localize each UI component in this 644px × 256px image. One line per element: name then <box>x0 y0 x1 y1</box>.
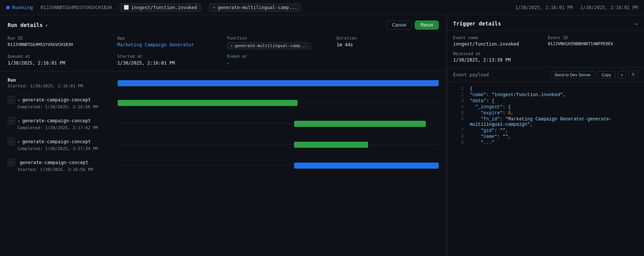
run-label-sub: Started: 1/30/2025, 2:16:01 PM <box>8 84 118 88</box>
line-content-7: "gid": "", <box>470 128 508 133</box>
code-line-4: 4 "_inngest": { <box>447 104 644 110</box>
event-id-label: Event ID <box>548 35 638 40</box>
step-2-icon: ✦ <box>17 139 20 144</box>
function-value: ✦ generate-multilingual-camp... <box>227 42 311 49</box>
function-icon: ✦ <box>230 43 233 48</box>
event-name-label: Event name <box>453 35 543 40</box>
status-dot <box>6 6 10 9</box>
ended-at-label: Ended at <box>227 54 329 59</box>
run-label-title: Run <box>8 77 118 83</box>
queued-at-field: Queued at 1/30/2025, 2:16:01 PM <box>8 54 110 66</box>
run-details-header: Run details ↗ Cancel Rerun <box>8 21 439 30</box>
event-payload-label: Event payload <box>453 72 489 77</box>
event-payload-actions: Send to Dev Server Copy ≡ ⇅ <box>550 71 638 79</box>
step-row-3: › generate-campaign-concept Started: 1/3… <box>8 159 439 172</box>
ended-at-value: - <box>227 60 329 66</box>
cancel-button[interactable]: Cancel <box>386 21 412 30</box>
top-bar: Running 01JJVNNBTGG4MSSYVXGVCH1B3H ⬜ inn… <box>0 0 644 15</box>
function-pill-icon: ✦ <box>213 5 216 10</box>
main-layout: Run details ↗ Cancel Rerun Run ID 01JJVN… <box>0 15 644 256</box>
event-pill-icon: ⬜ <box>124 5 129 10</box>
trigger-info: Event name inngest/function.invoked Even… <box>447 31 644 68</box>
step-row-2-info: › ✦ generate-campaign-concept <box>8 138 118 145</box>
function-pill[interactable]: ✦ generate-multilingual-camp... <box>209 3 301 12</box>
step-row-3-info: › generate-campaign-concept <box>8 159 118 166</box>
run-bar <box>118 80 439 86</box>
run-details-actions: Cancel Rerun <box>386 21 439 30</box>
line-num-4: 4 <box>453 104 464 110</box>
line-num-2: 2 <box>453 92 464 98</box>
code-line-5: 5 "expire": 0, <box>447 110 644 116</box>
line-content-2: "name": "inngest/function.invoked", <box>470 92 565 98</box>
step-row-1-left: › ✦ generate-campaign-concept Completed:… <box>8 117 118 130</box>
code-line-6: 6 "fn_id": "Marketing Campaign Generator… <box>447 116 644 128</box>
step-2-status: Completed: 1/30/2025, 2:17:34 PM <box>8 146 118 151</box>
send-dev-server-button[interactable]: Send to Dev Server <box>550 71 595 79</box>
step-row-0: › ✦ generate-campaign-concept Completed:… <box>8 96 439 109</box>
code-line-7: 7 "gid": "", <box>447 128 644 134</box>
event-name-value: inngest/function.invoked <box>453 41 543 47</box>
app-value[interactable]: Marketing Campaign Generator <box>117 42 219 47</box>
run-id-field: Run ID 01JJVNNBTGG4MSSYVXGVCH1B3H <box>8 36 110 49</box>
trigger-details-header: Trigger details → <box>447 15 644 31</box>
step-1-name: generate-campaign-concept <box>22 118 91 123</box>
step-1-expand-button[interactable]: › <box>8 117 15 125</box>
step-3-expand-button[interactable]: › <box>8 159 15 166</box>
run-bar-container <box>118 79 439 88</box>
top-bar-time-end: 1/30/2025, 2:16:01 PM <box>580 5 638 10</box>
copy-button[interactable]: Copy <box>597 71 616 79</box>
code-block: 1 { 2 "name": "inngest/function.invoked"… <box>447 82 644 256</box>
code-line-2: 2 "name": "inngest/function.invoked", <box>447 92 644 98</box>
trigger-details-title: Trigger details <box>453 21 501 27</box>
format-icon-button[interactable]: ≡ <box>618 71 626 79</box>
external-link-icon: ↗ <box>45 23 48 28</box>
received-at-label: Received at <box>453 51 543 56</box>
run-details-card: Run details ↗ Cancel Rerun Run ID 01JJVN… <box>0 15 446 71</box>
rerun-button[interactable]: Rerun <box>415 21 439 30</box>
event-payload-header: Event payload Send to Dev Server Copy ≡ … <box>447 68 644 82</box>
status-label: Running <box>12 5 33 10</box>
line-content-9: "..." <box>470 140 494 145</box>
top-bar-run-id: 01JJVNNBTGG4MSSYVXGVCH1B3H <box>41 5 112 10</box>
app-label: App <box>117 36 219 41</box>
step-0-name: generate-campaign-concept <box>22 97 91 103</box>
line-num-3: 3 <box>453 98 464 104</box>
step-row-0-left: › ✦ generate-campaign-concept Completed:… <box>8 96 118 109</box>
function-value-text: generate-multilingual-camp... <box>235 43 308 48</box>
event-id-value: 01JJVNH1H39BBH9RT14NFPE9EV <box>548 41 638 46</box>
line-content-3: "data": { <box>470 98 494 104</box>
step-3-bar <box>294 163 439 169</box>
started-at-label: Started at <box>117 54 219 59</box>
step-row-2: › ✦ generate-campaign-concept Completed:… <box>8 138 439 151</box>
run-details-grid: Run ID 01JJVNNBTGG4MSSYVXGVCH1B3H App Ma… <box>8 36 439 66</box>
step-2-expand-button[interactable]: › <box>8 138 15 145</box>
step-3-bar-container <box>118 161 439 170</box>
run-id-value: 01JJVNNBTGG4MSSYVXGVCH1B3H <box>8 42 110 47</box>
started-at-value: 1/30/2025, 2:16:01 PM <box>117 60 219 66</box>
function-field: Function ✦ generate-multilingual-camp... <box>227 36 329 49</box>
step-0-expand-button[interactable]: › <box>8 96 15 104</box>
step-2-track <box>118 144 439 145</box>
line-num-7: 7 <box>453 128 464 133</box>
duration-field: Duration 1m 44s <box>337 36 439 49</box>
run-details-title-text: Run details <box>8 22 43 28</box>
event-id-field: Event ID 01JJVNH1H39BBH9RT14NFPE9EV <box>548 35 638 47</box>
sort-icon-button[interactable]: ⇅ <box>628 71 638 79</box>
line-content-6: "fn_id": "Marketing Campaign Generator-g… <box>470 117 638 127</box>
event-pill[interactable]: ⬜ inngest/function.invoked <box>120 3 201 12</box>
run-details-title: Run details ↗ <box>8 22 47 28</box>
step-row-3-left: › generate-campaign-concept Started: 1/3… <box>8 159 118 172</box>
line-content-1: { <box>470 86 472 92</box>
step-row-1-info: › ✦ generate-campaign-concept <box>8 117 118 125</box>
status-indicator: Running <box>6 5 33 10</box>
code-line-1: 1 { <box>447 86 644 92</box>
function-pill-label: generate-multilingual-camp... <box>218 5 298 10</box>
step-2-bar-container <box>118 140 439 149</box>
run-id-label: Run ID <box>8 36 110 41</box>
timeline-area: Run Started: 1/30/2025, 2:16:01 PM › ✦ g… <box>0 71 446 256</box>
trigger-details-arrow-icon[interactable]: → <box>635 21 638 27</box>
step-0-icon: ✦ <box>17 98 20 103</box>
step-row-1: › ✦ generate-campaign-concept Completed:… <box>8 117 439 130</box>
duration-label: Duration <box>337 36 439 41</box>
queued-at-label: Queued at <box>8 54 110 59</box>
